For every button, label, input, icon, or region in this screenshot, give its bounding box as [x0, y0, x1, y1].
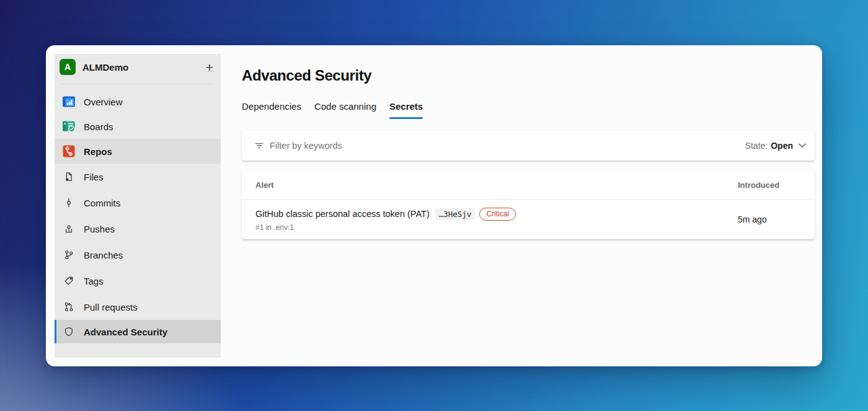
state-value: Open [771, 141, 793, 151]
chevron-down-icon [799, 143, 806, 148]
token-suffix-chip: …3HeSjv [435, 208, 476, 220]
commit-icon [61, 195, 77, 211]
tag-icon [61, 273, 77, 289]
sidebar-item-label: Repos [84, 146, 112, 157]
sidebar-item-overview[interactable]: Overview [55, 89, 221, 114]
sidebar-item-label: Pushes [84, 224, 115, 234]
sidebar-item-label: Pull requests [84, 302, 138, 312]
filter-bar: State: Open [242, 130, 815, 161]
sidebar-item-label: Commits [84, 198, 120, 208]
sidebar-item-advanced-security[interactable]: Advanced Security [55, 320, 221, 343]
column-header-introduced: Introduced [738, 180, 815, 190]
shield-icon [61, 324, 77, 340]
sidebar: A ALMDemo + Overview [55, 54, 221, 358]
pull-request-icon [61, 299, 77, 315]
sidebar-item-pull-requests[interactable]: Pull requests [55, 294, 221, 320]
sidebar-item-commits[interactable]: Commits [55, 190, 221, 216]
filter-icon [254, 141, 264, 151]
branch-icon [61, 247, 77, 263]
sidebar-item-repos[interactable]: Repos [55, 139, 221, 164]
boards-icon [61, 118, 77, 135]
column-header-alert: Alert [242, 180, 738, 190]
sidebar-item-label: Overview [84, 97, 123, 107]
sidebar-item-boards[interactable]: Boards [55, 114, 221, 139]
state-dropdown[interactable]: State: Open [745, 141, 806, 151]
app-window: A ALMDemo + Overview [46, 45, 822, 366]
sidebar-item-label: Advanced Security [84, 327, 167, 337]
table-row[interactable]: GitHub classic personal access token (PA… [242, 200, 815, 239]
tab-code-scanning[interactable]: Code scanning [314, 101, 376, 119]
tab-secrets[interactable]: Secrets [389, 101, 423, 119]
project-header: A ALMDemo + [55, 54, 221, 80]
overview-icon [61, 94, 77, 110]
sidebar-item-files[interactable]: Files [55, 164, 221, 190]
alerts-table: Alert Introduced GitHub classic personal… [242, 170, 815, 239]
push-icon [61, 221, 77, 237]
introduced-value: 5m ago [738, 214, 767, 224]
file-icon [61, 169, 77, 185]
main-content: Advanced Security Dependencies Code scan… [242, 45, 822, 366]
sidebar-item-tags[interactable]: Tags [55, 268, 221, 294]
alert-location: #1 in .env:1 [255, 223, 738, 232]
sidebar-item-branches[interactable]: Branches [55, 242, 221, 268]
add-project-button[interactable]: + [206, 61, 213, 74]
sidebar-divider [61, 84, 215, 84]
project-name: ALMDemo [82, 62, 206, 73]
page-title: Advanced Security [242, 67, 822, 84]
project-avatar: A [60, 59, 76, 75]
sidebar-item-pushes[interactable]: Pushes [55, 216, 221, 242]
tab-bar: Dependencies Code scanning Secrets [242, 101, 822, 119]
filter-input[interactable] [270, 141, 745, 151]
sidebar-item-label: Files [84, 172, 104, 182]
sidebar-item-label: Boards [84, 122, 113, 132]
table-header: Alert Introduced [242, 170, 815, 200]
repos-icon [61, 143, 77, 159]
alert-title: GitHub classic personal access token (PA… [255, 209, 430, 219]
sidebar-item-label: Branches [84, 250, 123, 260]
sidebar-item-label: Tags [84, 276, 104, 286]
tab-dependencies[interactable]: Dependencies [242, 101, 301, 119]
state-label: State: [745, 141, 768, 151]
severity-badge: Critical [479, 208, 516, 221]
